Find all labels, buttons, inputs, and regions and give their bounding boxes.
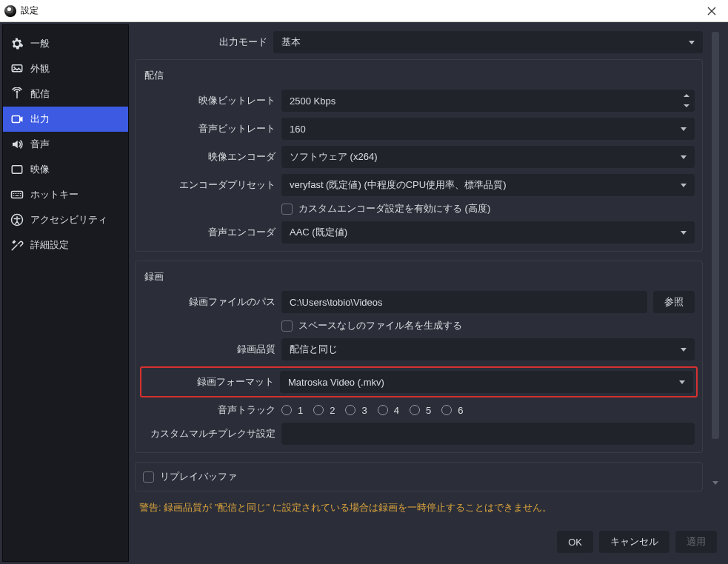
audio-track-5[interactable]: 5: [410, 405, 431, 416]
recording-format-label: 録画フォーマット: [144, 375, 280, 389]
sidebar-item-label: 配信: [30, 87, 50, 101]
video-encoder-value: ソフトウェア (x264): [290, 150, 377, 164]
sidebar-item-label: 外観: [30, 62, 50, 75]
video-icon: [10, 163, 24, 176]
replay-buffer-group: リプレイバッファ: [135, 462, 703, 491]
video-encoder-select[interactable]: ソフトウェア (x264): [281, 146, 695, 168]
sidebar-item-output[interactable]: 出力: [3, 107, 128, 132]
sidebar-item-label: 音声: [30, 138, 50, 151]
audio-encoder-label: 音声エンコーダ: [143, 226, 281, 239]
video-bitrate-value: 2500 Kbps: [290, 95, 335, 107]
audio-encoder-select[interactable]: AAC (既定値): [281, 221, 695, 244]
accessibility-icon: [10, 213, 24, 226]
spin-down-button[interactable]: [679, 101, 694, 111]
recording-quality-select[interactable]: 配信と同じ: [281, 338, 695, 360]
close-button[interactable]: [695, 0, 728, 22]
sidebar-item-label: ホットキー: [30, 188, 79, 201]
custom-mux-label: カスタムマルチプレクサ設定: [143, 427, 281, 440]
output-mode-select[interactable]: 基本: [273, 31, 703, 53]
svg-rect-3: [12, 116, 20, 123]
chevron-down-icon: [689, 41, 695, 44]
svg-point-1: [13, 67, 15, 68]
app-icon: [4, 5, 16, 17]
recording-path-input[interactable]: C:\Users\tobio\Videos: [281, 291, 647, 313]
audio-track-6[interactable]: 6: [441, 405, 463, 416]
custom-encoder-label[interactable]: カスタムエンコーダ設定を有効にする (高度): [298, 202, 490, 215]
video-bitrate-label: 映像ビットレート: [143, 94, 281, 107]
scrollbar-down-button[interactable]: [709, 476, 721, 489]
browse-label: 参照: [664, 295, 684, 309]
chevron-down-icon: [681, 348, 687, 352]
audio-track-1[interactable]: 1: [281, 405, 303, 416]
apply-button[interactable]: 適用: [675, 531, 717, 553]
sidebar-item-stream[interactable]: 配信: [3, 81, 128, 107]
encoder-preset-value: veryfast (既定値) (中程度のCPU使用率、標準品質): [290, 178, 507, 192]
recording-format-value: Matroska Video (.mkv): [288, 377, 384, 388]
audio-encoder-value: AAC (既定値): [290, 226, 347, 239]
replay-buffer-title[interactable]: リプレイバッファ: [160, 470, 237, 483]
nospace-filename-checkbox[interactable]: [281, 320, 293, 332]
audio-bitrate-select[interactable]: 160: [281, 118, 695, 140]
streaming-group: 配信 映像ビットレート 2500 Kbps: [135, 59, 703, 252]
recording-format-select[interactable]: Matroska Video (.mkv): [280, 371, 693, 393]
recording-quality-value: 配信と同じ: [290, 343, 338, 356]
custom-encoder-checkbox[interactable]: [281, 204, 293, 215]
audio-track-label: 音声トラック: [143, 403, 281, 417]
svg-rect-5: [12, 192, 23, 198]
keyboard-icon: [10, 188, 24, 201]
sidebar-item-video[interactable]: 映像: [3, 157, 128, 182]
broadcast-icon: [10, 87, 24, 101]
browse-button[interactable]: 参照: [653, 291, 695, 313]
audio-track-3[interactable]: 3: [345, 405, 367, 416]
scrollbar[interactable]: [709, 32, 721, 489]
chevron-down-icon: [681, 184, 687, 187]
audio-track-4[interactable]: 4: [378, 405, 399, 416]
appearance-icon: [10, 62, 24, 75]
sidebar-item-accessibility[interactable]: アクセシビリティ: [3, 207, 128, 232]
recording-format-highlight: 録画フォーマット Matroska Video (.mkv): [140, 366, 698, 397]
cancel-button[interactable]: キャンセル: [599, 531, 669, 553]
video-encoder-label: 映像エンコーダ: [143, 150, 281, 164]
audio-track-2[interactable]: 2: [313, 405, 335, 416]
chevron-down-icon: [681, 127, 687, 131]
sidebar-item-label: アクセシビリティ: [30, 213, 107, 226]
recording-path-label: 録画ファイルのパス: [143, 295, 281, 309]
sidebar-item-label: 一般: [30, 37, 50, 50]
scrollbar-thumb[interactable]: [712, 32, 719, 439]
nospace-filename-label[interactable]: スペースなしのファイル名を生成する: [298, 319, 462, 332]
svg-point-7: [16, 216, 18, 218]
encoder-preset-label: エンコーダプリセット: [143, 178, 281, 192]
chevron-down-icon: [681, 155, 687, 159]
audio-bitrate-label: 音声ビットレート: [143, 122, 281, 135]
audio-icon: [10, 138, 24, 151]
recording-group: 録画 録画ファイルのパス C:\Users\tobio\Videos 参照: [135, 261, 703, 453]
sidebar-item-appearance[interactable]: 外観: [3, 56, 128, 81]
audio-track-radios: 1 2 3 4 5 6: [281, 405, 463, 416]
ok-button[interactable]: OK: [557, 531, 593, 553]
sidebar-item-general[interactable]: 一般: [3, 31, 128, 56]
output-mode-value: 基本: [281, 36, 301, 49]
sidebar: 一般 外観 配信 出力 音声 映像 ホットキー アクセシビリティ: [2, 24, 129, 562]
encoder-preset-select[interactable]: veryfast (既定値) (中程度のCPU使用率、標準品質): [281, 174, 695, 196]
svg-rect-4: [12, 166, 22, 174]
chevron-down-icon: [681, 231, 687, 235]
window-title: 設定: [21, 4, 39, 17]
chevron-down-icon: [679, 380, 685, 384]
video-bitrate-input[interactable]: 2500 Kbps: [281, 90, 695, 112]
sidebar-item-hotkeys[interactable]: ホットキー: [3, 182, 128, 207]
custom-mux-input[interactable]: [281, 423, 695, 445]
sidebar-item-advanced[interactable]: 詳細設定: [3, 232, 128, 258]
svg-point-2: [16, 91, 19, 93]
dialog-footer: OK キャンセル 適用: [129, 523, 726, 562]
spin-buttons: [679, 90, 694, 111]
streaming-group-title: 配信: [143, 66, 695, 90]
sidebar-item-label: 出力: [30, 113, 50, 126]
replay-buffer-checkbox[interactable]: [143, 471, 154, 483]
audio-bitrate-value: 160: [290, 124, 306, 135]
output-mode-label: 出力モード: [135, 36, 273, 49]
spin-up-button[interactable]: [679, 90, 694, 101]
recording-group-title: 録画: [143, 267, 695, 291]
warning-text: 警告: 録画品質が "配信と同じ" に設定されている場合は録画を一時停止すること…: [129, 492, 726, 523]
sidebar-item-audio[interactable]: 音声: [3, 132, 128, 157]
tools-icon: [10, 238, 24, 252]
